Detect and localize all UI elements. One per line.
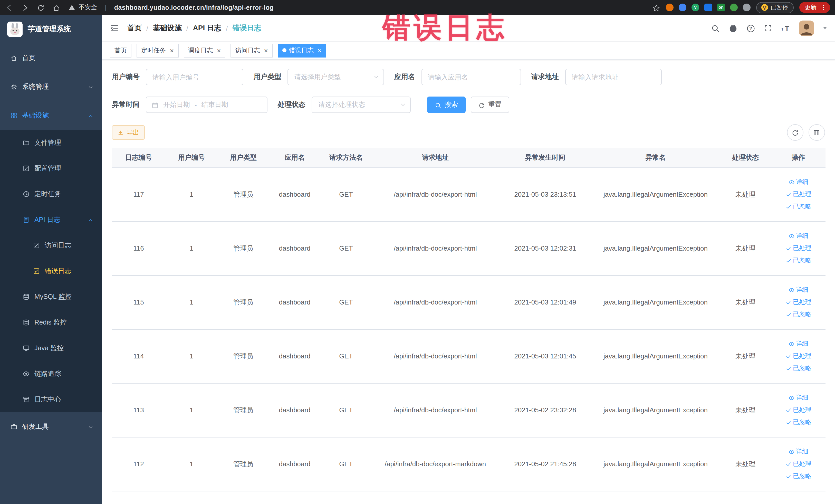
export-button[interactable]: 导出 (112, 125, 145, 140)
reload-icon[interactable] (37, 3, 45, 12)
avatar[interactable] (798, 20, 814, 36)
sidebar-item-infra[interactable]: 基础设施 (0, 101, 102, 130)
edit-icon (23, 165, 30, 172)
ext-paw-dark-icon[interactable] (743, 4, 751, 11)
bookmark-star-icon[interactable] (652, 3, 660, 12)
action-ignored[interactable]: 已忽略 (785, 418, 811, 427)
paused-badge[interactable]: 已暂停 (756, 2, 793, 13)
user-type-select[interactable]: 请选择用户类型 (287, 69, 384, 85)
action-ignored[interactable]: 已忽略 (785, 472, 811, 481)
tab-access-log[interactable]: 访问日志× (230, 43, 272, 57)
close-icon[interactable]: × (264, 47, 268, 54)
sidebar-item-dev-tools[interactable]: 研发工具 (0, 412, 102, 441)
sidebar-item-system[interactable]: 系统管理 (0, 73, 102, 101)
browser-menu-icon[interactable] (820, 4, 827, 11)
hamburger-icon[interactable] (110, 23, 119, 33)
user-id-input[interactable] (146, 69, 243, 85)
github-icon[interactable] (728, 23, 737, 33)
column-settings-button[interactable] (808, 124, 825, 141)
close-icon[interactable]: × (217, 47, 221, 54)
fontsize-glyph: тT (780, 24, 790, 33)
action-detail[interactable]: 详细 (788, 394, 808, 402)
sidebar-item-config[interactable]: 配置管理 (0, 156, 102, 181)
cell-time: 2021-05-03 12:01:45 (499, 329, 591, 383)
tab-error-log[interactable]: 错误日志× (278, 43, 326, 57)
ext-circle-blue-icon[interactable] (679, 4, 686, 11)
action-processed[interactable]: 已处理 (785, 460, 811, 468)
cell-url: /api/infra/db-doc/export-markdown (372, 437, 499, 491)
ext-square-blue-icon[interactable] (704, 4, 712, 11)
breadcrumb-item[interactable]: 基础设施 (153, 23, 182, 33)
ext-leaf-green-icon[interactable] (730, 4, 738, 11)
doc-icon (23, 216, 30, 223)
request-url-input[interactable] (565, 69, 661, 85)
breadcrumb-item[interactable]: 错误日志 (232, 23, 261, 33)
action-processed[interactable]: 已处理 (785, 352, 811, 361)
tab-job-log[interactable]: 调度日志× (184, 43, 225, 57)
action-processed[interactable]: 已处理 (785, 244, 811, 253)
sidebar-item-redis[interactable]: Redis 监控 (0, 310, 102, 335)
address-bar[interactable]: 不安全 | dashboard.yudao.iocoder.cn/infra/l… (68, 3, 273, 12)
refresh-button[interactable] (787, 124, 803, 141)
action-detail[interactable]: 详细 (788, 231, 808, 240)
ext-circle-green-icon[interactable]: V (692, 4, 699, 11)
sidebar-item-api-log[interactable]: API 日志 (0, 207, 102, 233)
github-glyph (728, 24, 737, 33)
close-icon[interactable]: × (318, 47, 322, 54)
action-detail[interactable]: 详细 (788, 178, 808, 186)
breadcrumb-item[interactable]: API 日志 (193, 23, 221, 33)
url-text[interactable]: dashboard.yudao.iocoder.cn/infra/log/api… (114, 4, 273, 11)
app-logo[interactable]: 芋道管理系统 (0, 15, 102, 44)
action-detail[interactable]: 详细 (788, 285, 808, 294)
back-icon[interactable] (5, 3, 13, 12)
refresh-glyph (478, 102, 485, 108)
search-button[interactable]: 搜索 (427, 97, 466, 113)
user-type-label: 用户类型 (253, 73, 281, 82)
fullscreen-icon[interactable] (763, 23, 772, 33)
action-ignored[interactable]: 已忽略 (785, 202, 811, 211)
sidebar-item-access-log[interactable]: 访问日志 (0, 233, 102, 258)
logo-image (7, 22, 23, 37)
tab-job[interactable]: 定时任务× (137, 43, 178, 57)
search-icon[interactable] (711, 23, 719, 33)
process-status-select[interactable]: 请选择处理状态 (312, 97, 411, 113)
chevron-up-icon (88, 112, 94, 119)
tab-home[interactable]: 首页 (110, 43, 131, 57)
cell-log_id: 113 (112, 383, 165, 437)
close-icon[interactable]: × (170, 47, 174, 54)
font-size-icon[interactable]: тT (780, 23, 790, 33)
reset-button[interactable]: 重置 (471, 97, 509, 113)
action-detail[interactable]: 详细 (788, 447, 808, 456)
ext-circle-red-icon[interactable] (666, 4, 674, 11)
sidebar-item-mysql[interactable]: MySQL 监控 (0, 284, 102, 310)
app-name-input[interactable] (421, 69, 521, 85)
update-button[interactable]: 更新 (799, 2, 830, 13)
ext-on-badge-icon[interactable]: on (717, 4, 725, 11)
breadcrumb-separator: / (186, 24, 188, 32)
sidebar-item-java[interactable]: Java 监控 (0, 335, 102, 361)
sidebar-item-file[interactable]: 文件管理 (0, 130, 102, 156)
help-icon[interactable]: ? (746, 23, 755, 33)
action-processed[interactable]: 已处理 (785, 190, 811, 199)
action-processed[interactable]: 已处理 (785, 406, 811, 415)
sidebar-item-home[interactable]: 首页 (0, 44, 102, 73)
sidebar-item-trace[interactable]: 链路追踪 (0, 361, 102, 387)
sidebar-item-error-log[interactable]: 错误日志 (0, 258, 102, 284)
home-icon[interactable] (53, 3, 60, 12)
request-url-label: 请求地址 (531, 73, 559, 82)
cell-user_id: 1 (165, 221, 218, 275)
avatar-caret-icon[interactable] (823, 27, 827, 29)
chevdown-glyph (400, 102, 406, 108)
action-ignored[interactable]: 已忽略 (785, 310, 811, 319)
action-ignored[interactable]: 已忽略 (785, 256, 811, 265)
sidebar-item-label: Redis 监控 (34, 318, 67, 327)
forward-icon[interactable] (21, 3, 29, 12)
cell-status: 未处理 (720, 275, 771, 329)
action-detail[interactable]: 详细 (788, 339, 808, 348)
exception-time-range-picker[interactable]: 开始日期 - 结束日期 (146, 97, 267, 113)
sidebar-item-job[interactable]: 定时任务 (0, 181, 102, 207)
breadcrumb-item[interactable]: 首页 (127, 23, 142, 33)
action-ignored[interactable]: 已忽略 (785, 364, 811, 373)
action-processed[interactable]: 已处理 (785, 298, 811, 306)
sidebar-item-log-center[interactable]: 日志中心 (0, 387, 102, 412)
